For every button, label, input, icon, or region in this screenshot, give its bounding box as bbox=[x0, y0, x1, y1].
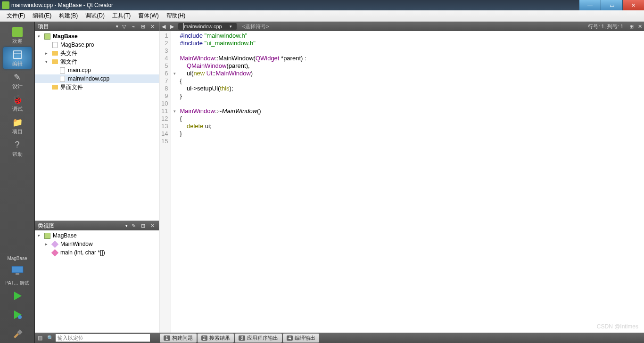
activity-bar: 欢迎编辑✎设计🐞调试📁项目?帮助 MagBase PAT… 调试 bbox=[0, 22, 35, 343]
close-button[interactable]: ✕ bbox=[622, 0, 644, 10]
dropdown-icon[interactable]: ▾ bbox=[116, 24, 118, 29]
tree-item[interactable]: 界面文件 bbox=[35, 83, 159, 91]
search-icon: 🔍 bbox=[45, 335, 56, 341]
debug-button[interactable] bbox=[10, 307, 25, 322]
code-editor[interactable]: 123456789101112131415 ▾▾ #include "mainw… bbox=[159, 31, 644, 343]
output-tab[interactable]: 3应用程序输出 bbox=[235, 334, 282, 343]
watermark: CSDN @Intimes bbox=[597, 323, 638, 330]
menu-item[interactable]: 窗体(W) bbox=[134, 11, 162, 21]
dropdown-icon[interactable]: ▾ bbox=[125, 223, 128, 228]
kit-selector-button[interactable] bbox=[10, 263, 25, 278]
title-bar: mainwindow.cpp - MagBase - Qt Creator — … bbox=[0, 0, 644, 10]
tree-item[interactable]: mainwindow.cpp bbox=[35, 74, 159, 83]
split-horizontal-icon[interactable]: ⊞ bbox=[627, 24, 636, 30]
svg-rect-3 bbox=[16, 273, 19, 275]
menu-item[interactable]: 工具(T) bbox=[108, 11, 134, 21]
split-icon[interactable]: ⊞ bbox=[139, 222, 147, 229]
svg-rect-0 bbox=[14, 51, 21, 58]
svg-rect-2 bbox=[12, 266, 23, 273]
project-tree[interactable]: ▾MagBaseMagBase.pro▸头文件▾源文件main.cppmainw… bbox=[35, 31, 159, 220]
locator-input[interactable] bbox=[56, 334, 150, 342]
tree-item[interactable]: ▸头文件 bbox=[35, 49, 159, 57]
activity-edit[interactable]: 编辑 bbox=[3, 47, 32, 69]
menu-item[interactable]: 调试(D) bbox=[82, 11, 108, 21]
tree-item[interactable]: ▾MagBase bbox=[35, 32, 159, 41]
activity-help[interactable]: ?帮助 bbox=[3, 138, 32, 159]
tree-item[interactable]: MagBase.pro bbox=[35, 41, 159, 49]
activity-project[interactable]: 📁项目 bbox=[3, 115, 32, 137]
tree-item[interactable]: ▸MainWindow bbox=[35, 240, 159, 248]
class-panel-header: 类视图 ▾ ✎ ⊞ ✕ bbox=[35, 221, 159, 230]
bottom-bar: ▥ 🔍 1构建问题2搜索结果3应用程序输出4编译输出 bbox=[35, 333, 644, 343]
maximize-button[interactable]: ▭ bbox=[601, 0, 622, 10]
kit-project-label: MagBase bbox=[7, 256, 27, 261]
run-button[interactable] bbox=[10, 288, 25, 303]
close-editor-icon[interactable]: ✕ bbox=[636, 24, 644, 30]
code-text[interactable]: #include "mainwindow.h"#include "ui_main… bbox=[178, 31, 644, 343]
tree-item[interactable]: main (int, char *[]) bbox=[35, 248, 159, 257]
menu-bar: 文件(F)编辑(E)构建(B)调试(D)工具(T)窗体(W)帮助(H) bbox=[0, 10, 644, 22]
output-tab[interactable]: 2搜索结果 bbox=[198, 334, 234, 343]
editor-toolbar: ◀ ▶ mainwindow.cpp ▾ <选择符号> 行号: 1, 列号: 1… bbox=[159, 22, 644, 31]
link-icon[interactable]: ⌁ bbox=[130, 23, 137, 30]
close-panel-icon[interactable]: ✕ bbox=[149, 222, 156, 229]
tree-item[interactable]: ▾源文件 bbox=[35, 57, 159, 66]
close-panel-icon[interactable]: ✕ bbox=[149, 23, 156, 30]
filter-icon[interactable]: ▽ bbox=[120, 23, 128, 30]
symbol-selector[interactable]: <选择符号> bbox=[239, 23, 273, 30]
app-icon bbox=[2, 1, 9, 9]
activity-design[interactable]: ✎设计 bbox=[3, 70, 32, 91]
minimize-button[interactable]: — bbox=[579, 0, 601, 10]
output-tab[interactable]: 4编译输出 bbox=[283, 334, 320, 343]
toggle-sidebar-icon[interactable]: ▥ bbox=[35, 335, 45, 341]
activity-debug[interactable]: 🐞调试 bbox=[3, 92, 32, 114]
output-tab[interactable]: 1构建问题 bbox=[160, 334, 197, 343]
menu-item[interactable]: 文件(F) bbox=[3, 11, 29, 21]
menu-item[interactable]: 编辑(E) bbox=[29, 11, 55, 21]
run-config-label: PAT… 调试 bbox=[5, 280, 29, 286]
project-panel-header: 项目 ▾ ▽ ⌁ ⊞ ✕ bbox=[35, 22, 159, 31]
side-bar: 项目 ▾ ▽ ⌁ ⊞ ✕ ▾MagBaseMagBase.pro▸头文件▾源文件… bbox=[35, 22, 159, 343]
line-number-gutter: 123456789101112131415 bbox=[159, 31, 171, 343]
fold-gutter[interactable]: ▾▾ bbox=[171, 31, 178, 343]
tree-item[interactable]: ▾MagBase bbox=[35, 231, 159, 240]
svg-point-4 bbox=[18, 315, 22, 319]
menu-item[interactable]: 构建(B) bbox=[55, 11, 82, 21]
split-icon[interactable]: ⊞ bbox=[139, 23, 147, 30]
tree-item[interactable]: main.cpp bbox=[35, 66, 159, 74]
sort-icon[interactable]: ✎ bbox=[130, 222, 137, 229]
class-tree[interactable]: ▾MagBase▸MainWindowmain (int, char *[]) bbox=[35, 230, 159, 343]
editor-area: ◀ ▶ mainwindow.cpp ▾ <选择符号> 行号: 1, 列号: 1… bbox=[159, 22, 644, 343]
cursor-position: 行号: 1, 列号: 1 bbox=[588, 23, 623, 30]
build-button[interactable] bbox=[10, 326, 25, 341]
nav-forward-icon[interactable]: ▶ bbox=[168, 24, 176, 30]
menu-item[interactable]: 帮助(H) bbox=[163, 11, 190, 21]
nav-back-icon[interactable]: ◀ bbox=[159, 24, 168, 30]
file-selector[interactable]: mainwindow.cpp ▾ bbox=[178, 23, 237, 30]
window-title: mainwindow.cpp - MagBase - Qt Creator bbox=[11, 2, 579, 8]
activity-qt[interactable]: 欢迎 bbox=[3, 24, 32, 46]
